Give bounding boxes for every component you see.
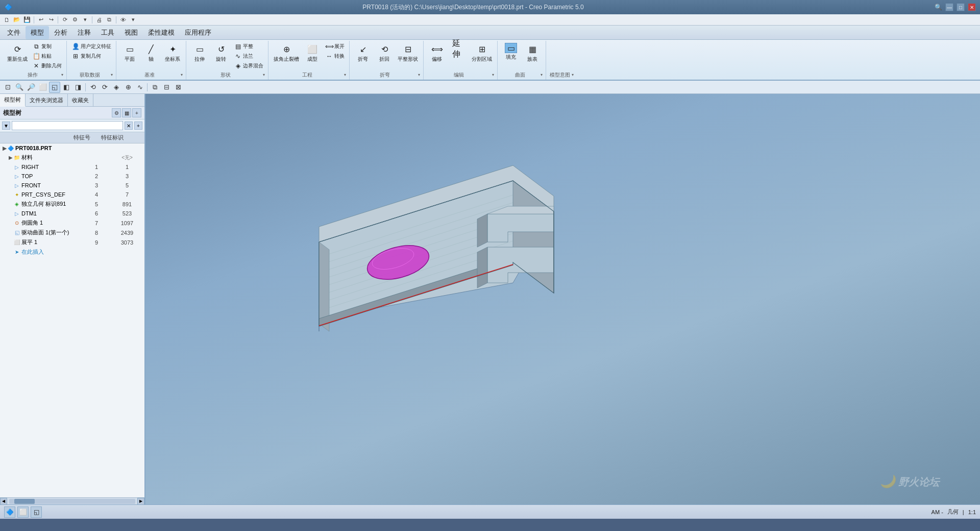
menu-view[interactable]: 视图 [119, 26, 143, 39]
flange-btn[interactable]: ∿法兰 [232, 52, 265, 61]
zoom-in-btn[interactable]: 🔍 [14, 82, 25, 93]
menu-apps[interactable]: 应用程序 [180, 26, 216, 39]
bend-arrow[interactable]: ▾ [418, 73, 420, 77]
left-panel-scrollbar[interactable]: ◀ ▶ [0, 497, 144, 504]
paste-small-btn[interactable]: 📋粘贴 [31, 52, 63, 61]
sb-spin-btn[interactable]: ⬜ [17, 506, 29, 518]
print-button[interactable]: 🖨 [94, 15, 104, 25]
split-btn[interactable]: ⊞ 分割区域 [470, 42, 494, 64]
plane-btn[interactable]: ▭ 平面 [119, 42, 140, 64]
perspective-btn[interactable]: ⊟ [161, 82, 172, 93]
tree-settings-btn[interactable]: ⚙ [112, 108, 121, 117]
tab-folder-browser[interactable]: 文件夹浏览器 [26, 94, 68, 106]
filter-clear-btn[interactable]: ✕ [125, 122, 133, 130]
unfold-btn[interactable]: ⟺展开 [324, 42, 346, 51]
convert-btn[interactable]: ↔转换 [324, 52, 346, 61]
zoom-btn[interactable]: ∿ [134, 82, 145, 93]
tree-item-top[interactable]: ▷ ▷ TOP 2 3 [0, 172, 144, 181]
sb-view-btn[interactable]: ◱ [31, 506, 42, 518]
tree-item-geom[interactable]: ▷ ◈ 独立几何 标识891 5 891 [0, 199, 144, 209]
csys-btn[interactable]: ✦ 坐标系 [162, 42, 183, 64]
flat-btn[interactable]: ▤平整 [232, 42, 265, 51]
flatshape-btn[interactable]: ⊟ 平整形状 [396, 42, 420, 64]
zoom-fit-btn[interactable]: ⊡ [2, 82, 13, 93]
menu-annotate[interactable]: 注释 [72, 26, 96, 39]
user-feature-btn[interactable]: 👤用户定义特征 [70, 42, 113, 51]
extend-btn[interactable]: 延伸 [448, 42, 469, 56]
extrude-btn[interactable]: ▭ 拉伸 [189, 42, 210, 64]
copy-geom-btn[interactable]: ⊞复制几何 [70, 52, 113, 61]
spin-btn[interactable]: ◈ [111, 82, 122, 93]
tree-item-insert[interactable]: ▷ ➤ 在此插入 [0, 247, 144, 257]
shaded-btn[interactable]: ◧ [61, 82, 72, 93]
viewport[interactable]: 🌙 野火论坛 [145, 94, 980, 504]
minimize-button[interactable]: — [945, 3, 953, 11]
tree-add-btn[interactable]: + [132, 108, 141, 117]
bend-btn[interactable]: ↙ 折弯 [353, 42, 373, 64]
scroll-thumb[interactable] [14, 499, 35, 504]
material-expand[interactable]: ▶ [8, 155, 13, 160]
expand-button[interactable]: ▾ [129, 15, 138, 25]
filter-add-btn[interactable]: + [134, 122, 142, 130]
intent-arrow[interactable]: ▾ [572, 73, 574, 77]
search-icon[interactable]: 🔍 [934, 3, 942, 11]
copy-small-btn[interactable]: ⧉复制 [31, 42, 63, 51]
delete-small-btn[interactable]: ✕删除几何 [31, 61, 63, 70]
getdata-arrow[interactable]: ▾ [111, 73, 113, 77]
wireframe-btn[interactable]: ⬜ [37, 82, 48, 93]
undo-button[interactable]: ↩ [36, 15, 45, 25]
shape-arrow[interactable]: ▾ [263, 73, 265, 77]
hole-btn[interactable]: ⊕ 拔角止裂槽 [272, 42, 301, 64]
regenerate-button[interactable]: ⟳ [60, 15, 69, 25]
menu-analysis[interactable]: 分析 [49, 26, 72, 39]
close-button[interactable]: ✕ [968, 3, 976, 11]
copy-button[interactable]: ⧉ [105, 15, 114, 25]
form-btn[interactable]: ⬜ 成型 [302, 42, 323, 64]
pan-btn[interactable]: ⊕ [122, 82, 134, 93]
ops-arrow[interactable]: ▾ [61, 73, 63, 77]
tree-item-flatten[interactable]: ▷ ⬜ 展平 1 9 3073 [0, 237, 144, 247]
root-expand-icon[interactable]: ▶ [2, 146, 7, 151]
tree-root[interactable]: ▶ 🔷 PRT0018.PRT [0, 143, 144, 153]
fill-btn[interactable]: ▭ 填充 [501, 42, 521, 62]
edit-arrow[interactable]: ▾ [492, 73, 494, 77]
section-btn[interactable]: ⧉ [149, 82, 160, 93]
named-views-btn[interactable]: ⟳ [99, 82, 110, 93]
menu-tools[interactable]: 工具 [96, 26, 119, 39]
menu-flexible[interactable]: 柔性建模 [143, 26, 180, 39]
view-button[interactable]: 👁 [118, 15, 128, 25]
tree-item-front[interactable]: ▷ ▷ FRONT 3 5 [0, 181, 144, 190]
tab-favorites[interactable]: 收藏夹 [68, 94, 93, 106]
boundary-btn[interactable]: ◈边界混合 [232, 61, 265, 70]
filter-input[interactable] [12, 121, 123, 130]
saved-orientations-btn[interactable]: ⟲ [87, 82, 99, 93]
filter-icon-btn[interactable]: ▼ [2, 122, 10, 130]
scroll-left-btn[interactable]: ◀ [0, 498, 7, 505]
family-table-btn[interactable]: ▦ 族表 [522, 42, 543, 64]
hidden-btn[interactable]: ◱ [49, 82, 60, 93]
menu-file[interactable]: 文件 [2, 26, 26, 39]
scroll-right-btn[interactable]: ▶ [137, 498, 144, 505]
save-button[interactable]: 💾 [22, 15, 32, 25]
tree-item-right[interactable]: ▷ ▷ RIGHT 1 1 [0, 162, 144, 172]
tree-item-csys[interactable]: ▷ ✦ PRT_CSYS_DEF 4 7 [0, 190, 144, 199]
eng-arrow[interactable]: ▾ [344, 73, 346, 77]
datum-arrow[interactable]: ▾ [181, 73, 183, 77]
tree-item-dtm1[interactable]: ▷ ▷ DTM1 6 523 [0, 209, 144, 218]
menu-model[interactable]: 模型 [26, 26, 49, 39]
tree-columns-btn[interactable]: ▦ [122, 108, 131, 117]
tree-item-drivesrf[interactable]: ▷ ◱ 驱动曲面 1(第一个) 8 2439 [0, 228, 144, 237]
tree-item-material[interactable]: ▶ 📁 材料 <无> [0, 153, 144, 162]
sb-icon-btn[interactable]: 🔷 [4, 506, 15, 518]
axis-btn[interactable]: ╱ 轴 [141, 42, 161, 64]
zoom-out-btn[interactable]: 🔎 [26, 82, 37, 93]
annotations-btn[interactable]: ⊠ [173, 82, 184, 93]
settings-button[interactable]: ⚙ [70, 15, 80, 25]
regenerate-btn[interactable]: ⟳ 重新生成 [5, 42, 30, 64]
maximize-button[interactable]: □ [957, 3, 965, 11]
revolve-btn[interactable]: ↺ 旋转 [211, 42, 231, 64]
shaded-edges-btn[interactable]: ◨ [72, 82, 84, 93]
surface-arrow[interactable]: ▾ [541, 73, 543, 77]
tree-item-round[interactable]: ▷ ⊙ 倒圆角 1 7 1097 [0, 218, 144, 228]
tab-model-tree[interactable]: 模型树 [0, 94, 26, 107]
